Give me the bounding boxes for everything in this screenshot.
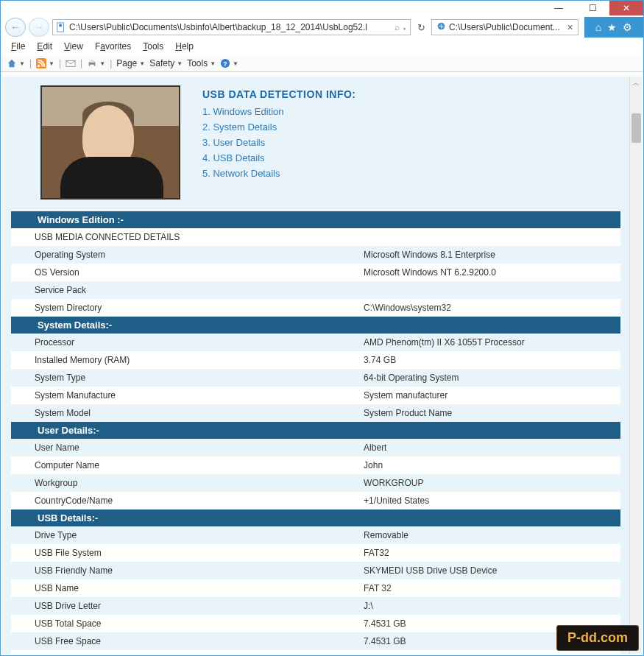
- table-row: System Type64-bit Operating System: [11, 369, 620, 387]
- table-row: USB Drive LetterJ:\: [11, 597, 620, 615]
- page-title: USB DATA DETECTION INFO:: [202, 88, 356, 100]
- window-titlebar: — ☐ ✕: [1, 1, 643, 17]
- menu-help[interactable]: Help: [171, 40, 198, 53]
- table-row: Service Pack: [11, 281, 620, 299]
- feeds-dropdown[interactable]: ▼: [36, 58, 54, 68]
- tools-icon[interactable]: ⚙: [623, 21, 632, 33]
- toolbar: ▼ | ▼ | | ▼ | Page▼ Safety▼ Tools▼ ?▼: [1, 55, 643, 72]
- menu-view[interactable]: View: [60, 40, 88, 53]
- section-windows: Windows Edition :-: [11, 211, 620, 228]
- home-dropdown[interactable]: ▼: [7, 58, 25, 68]
- table-row: WorkgroupWORKGROUP: [11, 474, 620, 492]
- svg-text:?: ?: [223, 60, 227, 68]
- svg-point-4: [38, 65, 40, 68]
- page-icon: [56, 22, 66, 32]
- home-icon[interactable]: ⌂: [595, 21, 601, 33]
- table-row: ProcessorAMD Phenom(tm) II X6 1055T Proc…: [11, 334, 620, 351]
- scroll-thumb[interactable]: [631, 113, 641, 143]
- command-bar: ⌂ ★ ⚙: [584, 17, 643, 38]
- svg-rect-7: [91, 60, 94, 63]
- tab-icon: [436, 21, 446, 33]
- user-photo: [40, 85, 180, 200]
- table-row: CountryCode/Name+1/United States: [11, 492, 620, 509]
- table-row: System DirectoryC:\Windows\system32: [11, 299, 620, 317]
- table-row: User NameAlbert: [11, 439, 620, 456]
- page-content: USB DATA DETECTION INFO: 1. Windows Edit…: [2, 77, 629, 654]
- url-text: C:\Users\Public\Documents\Usbinfo\Albert…: [69, 22, 367, 32]
- table-row: System ModelSystem Product Name: [11, 404, 620, 422]
- section-usb: USB Details:-: [11, 509, 620, 526]
- refresh-button[interactable]: ↻: [414, 22, 428, 33]
- table-row: USB Total Space7.4531 GB: [11, 615, 620, 632]
- search-icon[interactable]: ⌕ ▾: [390, 22, 407, 32]
- tab-title: C:\Users\Public\Document...: [449, 22, 560, 32]
- table-row: Drive TypeRemovable: [11, 526, 620, 544]
- toc-link-network[interactable]: 5. Network Details: [202, 168, 356, 179]
- table-row: Date and Time18-12-2014 13:35:01: [11, 650, 620, 654]
- address-bar[interactable]: C:\Users\Public\Documents\Usbinfo\Albert…: [52, 19, 411, 35]
- section-user: User Details:-: [11, 422, 620, 439]
- table-row: Operating SystemMicrosoft Windows 8.1 En…: [11, 246, 620, 264]
- table-row: USB Friendly NameSKYMEDI USB Drive USB D…: [11, 562, 620, 579]
- safety-menu[interactable]: Safety▼: [149, 58, 183, 68]
- info-table: Windows Edition :- USB MEDIA CONNECTED D…: [11, 211, 620, 654]
- menu-tools[interactable]: Tools: [138, 40, 168, 53]
- table-row: USB NameFAT 32: [11, 579, 620, 597]
- section-subtitle: USB MEDIA CONNECTED DETAILS: [11, 228, 620, 246]
- table-row: USB File SystemFAT32: [11, 544, 620, 562]
- tab-close-icon[interactable]: ✕: [567, 23, 573, 32]
- address-bar-row: ← → C:\Users\Public\Documents\Usbinfo\Al…: [1, 17, 643, 38]
- favorites-icon[interactable]: ★: [607, 21, 617, 33]
- help-dropdown[interactable]: ?▼: [220, 58, 238, 68]
- tools-menu[interactable]: Tools▼: [187, 58, 216, 68]
- svg-rect-8: [91, 65, 94, 67]
- table-row: OS VersionMicrosoft Windows NT 6.2.9200.…: [11, 264, 620, 281]
- table-of-contents: USB DATA DETECTION INFO: 1. Windows Edit…: [202, 85, 356, 200]
- vertical-scrollbar[interactable]: ︿: [629, 77, 642, 654]
- minimize-button[interactable]: —: [542, 1, 576, 15]
- section-system: System Details:-: [11, 317, 620, 334]
- header-block: USB DATA DETECTION INFO: 1. Windows Edit…: [11, 82, 620, 208]
- menu-bar: File Edit View Favorites Tools Help: [1, 38, 643, 55]
- table-row: Installed Memory (RAM)3.74 GB: [11, 351, 620, 369]
- print-dropdown[interactable]: ▼: [87, 58, 105, 68]
- browser-tab[interactable]: C:\Users\Public\Document... ✕: [431, 19, 578, 35]
- maximize-button[interactable]: ☐: [576, 1, 609, 15]
- forward-button[interactable]: →: [29, 18, 49, 37]
- page-menu[interactable]: Page▼: [116, 58, 145, 68]
- mail-button[interactable]: [66, 58, 76, 68]
- toc-link-windows[interactable]: 1. Windows Edition: [202, 106, 356, 117]
- toc-link-system[interactable]: 2. System Details: [202, 121, 356, 133]
- table-row: USB Free Space7.4531 GB: [11, 632, 620, 650]
- table-row: Computer NameJohn: [11, 456, 620, 474]
- close-button[interactable]: ✕: [609, 1, 643, 15]
- menu-edit[interactable]: Edit: [32, 40, 57, 53]
- menu-favorites[interactable]: Favorites: [91, 40, 135, 53]
- toc-link-user[interactable]: 3. User Details: [202, 137, 356, 148]
- toc-link-usb[interactable]: 4. USB Details: [202, 152, 356, 163]
- back-button[interactable]: ←: [5, 18, 26, 37]
- svg-point-1: [59, 24, 62, 27]
- scroll-up-icon[interactable]: ︿: [630, 77, 642, 89]
- table-row: System ManufactureSystem manufacturer: [11, 387, 620, 404]
- menu-file[interactable]: File: [7, 40, 29, 53]
- watermark: P-dd.com: [556, 625, 639, 651]
